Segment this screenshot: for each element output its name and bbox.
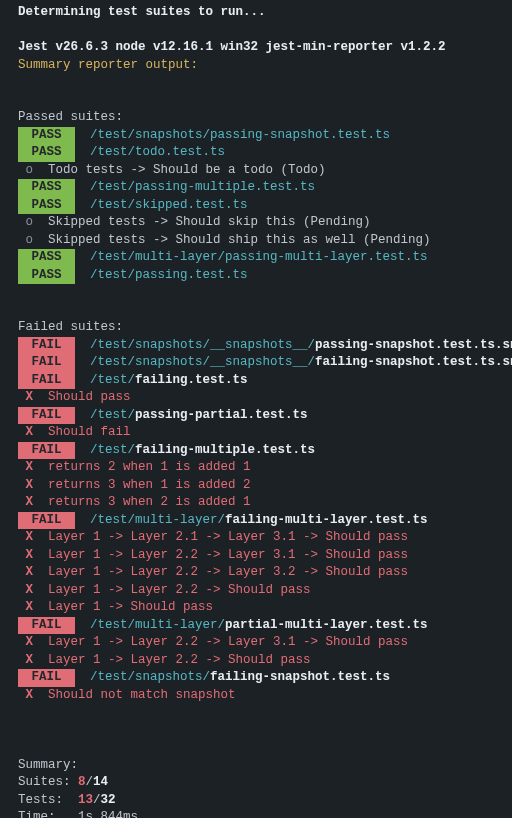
tests-failed-count: 13 [78,793,93,807]
todo-text: Todo tests -> Should be a todo (Todo) [48,163,326,177]
fail-text: returns 3 when 1 is added 2 [48,478,251,492]
fail-bullet: X [18,653,48,667]
todo-text: Skipped tests -> Should skip this (Pendi… [48,215,371,229]
suite-dir: /test/ [90,443,135,457]
fail-text: Should not match snapshot [48,688,236,702]
fail-bullet: X [18,425,48,439]
suite-dir: /test/snapshots/__snapshots__/ [90,338,315,352]
suites-total: 14 [93,775,108,789]
fail-bullet: X [18,583,48,597]
passed-suites-block: PASS /test/snapshots/passing-snapshot.te… [0,127,512,285]
fail-text: returns 2 when 1 is added 1 [48,460,251,474]
todo-text: Skipped tests -> Should ship this as wel… [48,233,431,247]
fail-text: Should fail [48,425,131,439]
terminal-line: X Layer 1 -> Layer 2.1 -> Layer 3.1 -> S… [0,529,512,547]
terminal-line: X returns 2 when 1 is added 1 [0,459,512,477]
tests-total: 32 [101,793,116,807]
fail-text: Layer 1 -> Layer 2.2 -> Layer 3.1 -> Sho… [48,548,408,562]
fail-bullet: X [18,530,48,544]
terminal-line: X Should pass [0,389,512,407]
fail-text: Layer 1 -> Layer 2.1 -> Layer 3.1 -> Sho… [48,530,408,544]
terminal-line: o Todo tests -> Should be a todo (Todo) [0,162,512,180]
pass-badge: PASS [18,267,75,285]
terminal-line: X Layer 1 -> Layer 2.2 -> Layer 3.1 -> S… [0,634,512,652]
fail-text: Layer 1 -> Layer 2.2 -> Should pass [48,583,311,597]
suite-file: failing-multiple.test.ts [135,443,315,457]
terminal-line: FAIL /test/snapshots/__snapshots__/faili… [0,354,512,372]
terminal-line: FAIL /test/multi-layer/failing-multi-lay… [0,512,512,530]
fail-badge: FAIL [18,354,75,372]
suite-dir: /test/snapshots/ [90,670,210,684]
terminal-line: FAIL /test/snapshots/failing-snapshot.te… [0,669,512,687]
terminal-line: X Layer 1 -> Layer 2.2 -> Should pass [0,582,512,600]
todo-bullet: o [18,215,48,229]
terminal-line: FAIL /test/snapshots/__snapshots__/passi… [0,337,512,355]
terminal-line: X returns 3 when 1 is added 2 [0,477,512,495]
fail-text: Layer 1 -> Layer 2.2 -> Should pass [48,653,311,667]
todo-bullet: o [18,163,48,177]
failed-suites-block: FAIL /test/snapshots/__snapshots__/passi… [0,337,512,705]
fail-bullet: X [18,478,48,492]
summary-header: Summary: [18,758,78,772]
fail-badge: FAIL [18,372,75,390]
time-label: Time: [18,810,56,818]
suite-file: partial-multi-layer.test.ts [225,618,428,632]
terminal-line: PASS /test/snapshots/passing-snapshot.te… [0,127,512,145]
terminal-line: FAIL /test/failing.test.ts [0,372,512,390]
fail-text: Layer 1 -> Layer 2.2 -> Layer 3.1 -> Sho… [48,635,408,649]
suite-dir: /test/ [90,408,135,422]
suite-path: /test/skipped.test.ts [90,198,248,212]
suites-label: Suites: [18,775,71,789]
pass-badge: PASS [18,249,75,267]
terminal-line: X Should not match snapshot [0,687,512,705]
suite-dir: /test/multi-layer/ [90,513,225,527]
terminal-line: FAIL /test/failing-multiple.test.ts [0,442,512,460]
terminal-line: X Layer 1 -> Layer 2.2 -> Should pass [0,652,512,670]
fail-text: returns 3 when 2 is added 1 [48,495,251,509]
suite-file: failing-snapshot.test.ts [210,670,390,684]
suite-path: /test/todo.test.ts [90,145,225,159]
env-line: Jest v26.6.3 node v12.16.1 win32 jest-mi… [18,40,446,54]
pass-badge: PASS [18,144,75,162]
failed-suites-header: Failed suites: [18,320,123,334]
fail-badge: FAIL [18,442,75,460]
summary-reporter-label: Summary reporter output: [18,58,198,72]
suite-dir: /test/snapshots/__snapshots__/ [90,355,315,369]
suite-path: /test/passing-multiple.test.ts [90,180,315,194]
fail-text: Layer 1 -> Should pass [48,600,213,614]
terminal-line: X Layer 1 -> Layer 2.2 -> Layer 3.2 -> S… [0,564,512,582]
fail-bullet: X [18,635,48,649]
fail-bullet: X [18,688,48,702]
suite-file: failing-snapshot.test.ts.snap [315,355,512,369]
tests-label: Tests: [18,793,63,807]
determining-line: Determining test suites to run... [18,5,266,19]
suite-file: failing.test.ts [135,373,248,387]
suites-failed-count: 8 [78,775,86,789]
terminal-line: X Should fail [0,424,512,442]
fail-bullet: X [18,390,48,404]
fail-bullet: X [18,565,48,579]
terminal-line: PASS /test/todo.test.ts [0,144,512,162]
suite-path: /test/passing.test.ts [90,268,248,282]
terminal-line: o Skipped tests -> Should skip this (Pen… [0,214,512,232]
todo-bullet: o [18,233,48,247]
suite-file: failing-multi-layer.test.ts [225,513,428,527]
pass-badge: PASS [18,179,75,197]
suite-path: /test/multi-layer/passing-multi-layer.te… [90,250,428,264]
terminal-line: X returns 3 when 2 is added 1 [0,494,512,512]
fail-badge: FAIL [18,512,75,530]
terminal-line: PASS /test/passing-multiple.test.ts [0,179,512,197]
fail-badge: FAIL [18,669,75,687]
terminal-line: PASS /test/skipped.test.ts [0,197,512,215]
suite-file: passing-partial.test.ts [135,408,308,422]
terminal-line: FAIL /test/passing-partial.test.ts [0,407,512,425]
fail-bullet: X [18,548,48,562]
fail-text: Should pass [48,390,131,404]
tests-slash: / [93,793,101,807]
terminal-line: PASS /test/passing.test.ts [0,267,512,285]
pass-badge: PASS [18,197,75,215]
fail-badge: FAIL [18,337,75,355]
fail-text: Layer 1 -> Layer 2.2 -> Layer 3.2 -> Sho… [48,565,408,579]
suite-dir: /test/multi-layer/ [90,618,225,632]
fail-bullet: X [18,600,48,614]
